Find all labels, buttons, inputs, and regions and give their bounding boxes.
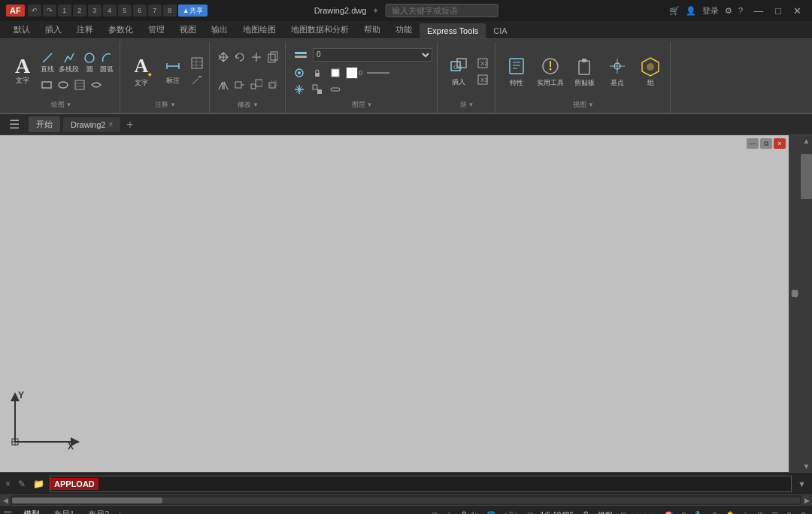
insert-button[interactable]: CO 插入 [444,53,474,90]
drawing-restore-icon[interactable]: ⧉ [760,138,772,149]
h-scroll-thumb[interactable] [12,497,162,503]
tab-help[interactable]: 帮助 [356,21,388,38]
linetype-button[interactable] [365,66,391,80]
status-list-icon[interactable]: ☰ [769,511,780,514]
status-gear-icon[interactable]: ⚙ [678,511,689,514]
status-customize-icon[interactable]: ⚙ [798,511,809,514]
search-input[interactable] [385,4,498,17]
close-button[interactable]: ✕ [789,0,806,21]
polyline-button[interactable]: 多线段 [57,50,80,76]
table-button[interactable] [189,56,205,71]
status-snap-icon[interactable]: ⋮⋮⋮ [632,511,659,514]
add-tab-button[interactable]: + [123,118,136,132]
maximize-button[interactable]: □ [771,0,786,21]
status-wrench-icon[interactable]: 🔧 [692,511,706,514]
circle-button[interactable]: 圆 [82,50,97,76]
add-layout-icon[interactable]: + [117,509,123,515]
arc-button[interactable]: 圆弧 [98,50,115,76]
layer-icon-2[interactable] [310,65,325,80]
tab-express-tools[interactable]: Express Tools [420,23,486,38]
match-layer-button[interactable] [310,82,325,97]
side-task-panel[interactable]: 任务窗格 [789,135,801,472]
tab-annotation[interactable]: 注释 [69,21,101,38]
cmd-dropdown-icon[interactable]: ▼ [795,479,809,488]
base-point-button[interactable]: 基点 [602,52,632,91]
mirror-button[interactable] [216,77,231,92]
hatch-button[interactable] [72,77,87,92]
group-button[interactable]: 组 [635,52,665,91]
properties-button[interactable]: 特性 [501,52,532,91]
tab-view[interactable]: 视图 [172,21,204,38]
status-grid-icon[interactable]: ⊞ [429,511,440,514]
status-settings-icon[interactable]: ⚙ [783,511,795,514]
more-draw-button[interactable] [89,77,104,92]
num-btn-2[interactable]: 2 [73,5,86,17]
layout-tab-2[interactable]: 布局2 [82,507,115,514]
isolate-layer-button[interactable] [328,82,343,97]
undo-button[interactable]: ↶ [28,5,41,17]
rotate-button[interactable] [232,50,247,65]
scroll-left-icon[interactable]: ◀ [0,495,11,506]
drawing-close-icon[interactable]: × [774,138,786,149]
color-swatch[interactable] [346,67,358,79]
minimize-button[interactable]: — [749,0,768,21]
tab-function[interactable]: 功能 [388,21,420,38]
status-none-label[interactable]: <无> [501,510,522,515]
block-group-label[interactable]: 块 ▼ [460,100,474,111]
cart-icon[interactable]: 🛒 [669,6,680,16]
modify-group-label[interactable]: 修改 ▼ [238,100,259,111]
help-icon[interactable]: ? [738,6,743,15]
mleader-button[interactable] [189,72,205,87]
vertical-scrollbar[interactable]: ▲ ▼ [801,135,812,472]
tab-manage[interactable]: 管理 [141,21,172,38]
tab-insert[interactable]: 插入 [38,21,69,38]
horizontal-scrollbar[interactable]: ◀ ▶ [0,494,812,505]
start-tab[interactable]: 开始 [29,116,60,132]
status-gear2-icon[interactable]: ⚙ [709,511,720,514]
clipboard-button[interactable]: 剪贴板 [569,52,599,91]
layout-tab-model[interactable]: 模型 [17,507,46,514]
cmd-folder-icon[interactable]: 📁 [31,477,47,491]
num-btn-1[interactable]: 1 [58,5,71,17]
scroll-right-icon[interactable]: ▶ [801,495,812,506]
view-group-label[interactable]: 视图 ▼ [573,100,594,111]
stretch-button[interactable] [232,77,247,92]
scale-button[interactable] [249,77,264,92]
text-button[interactable]: A 文字 [8,54,38,89]
num-btn-3[interactable]: 3 [88,5,102,17]
redo-button[interactable]: ↷ [43,5,56,17]
drawing2-tab[interactable]: Drawing2 × [63,117,120,132]
drawing2-tab-close-icon[interactable]: × [108,120,113,128]
num-btn-5[interactable]: 5 [118,5,132,17]
status-bell-icon[interactable]: 🔔 [723,511,737,514]
num-btn-7[interactable]: 7 [148,5,162,17]
drawing-canvas[interactable]: — ⧉ × Y X [0,135,801,472]
copy-button[interactable] [265,50,280,65]
tab-cia[interactable]: CIA [486,23,514,38]
block-edit-button[interactable]: X3 [475,72,490,87]
status-target-icon[interactable]: 🎯 [662,511,675,514]
layer-manager-button[interactable] [292,46,310,64]
scroll-thumb[interactable] [801,154,812,199]
layer-select[interactable]: 0 [313,48,432,62]
scroll-down-icon[interactable]: ▼ [801,461,812,472]
status-globe-icon[interactable]: 🌐 [484,511,498,514]
block-define-button[interactable]: X2 [475,56,490,71]
status-angle-icon[interactable]: ∠ [443,511,454,514]
utilities-button[interactable]: 实用工具 [535,52,566,91]
num-btn-4[interactable]: 4 [103,5,117,17]
drawing-area[interactable]: — ⧉ × Y X [0,135,801,472]
tab-output[interactable]: 输出 [204,21,235,38]
h-scroll-track[interactable] [12,497,800,503]
layers-group-label[interactable]: 图层 ▼ [352,100,373,111]
command-input-container[interactable]: APPLOAD [50,476,792,492]
draw-group-label[interactable]: 绘图 ▼ [51,100,72,111]
share-button[interactable]: ▲ 共享 [178,5,208,17]
annotation-group-label[interactable]: 注释 ▼ [155,100,176,111]
scroll-track[interactable] [801,147,812,461]
ellipse-button[interactable] [56,77,71,92]
account-icon[interactable]: 👤 [686,6,696,16]
status-monitor-icon[interactable]: 🖥 [754,511,766,514]
tab-default[interactable]: 默认 [6,21,38,38]
offset-button[interactable] [265,77,280,92]
